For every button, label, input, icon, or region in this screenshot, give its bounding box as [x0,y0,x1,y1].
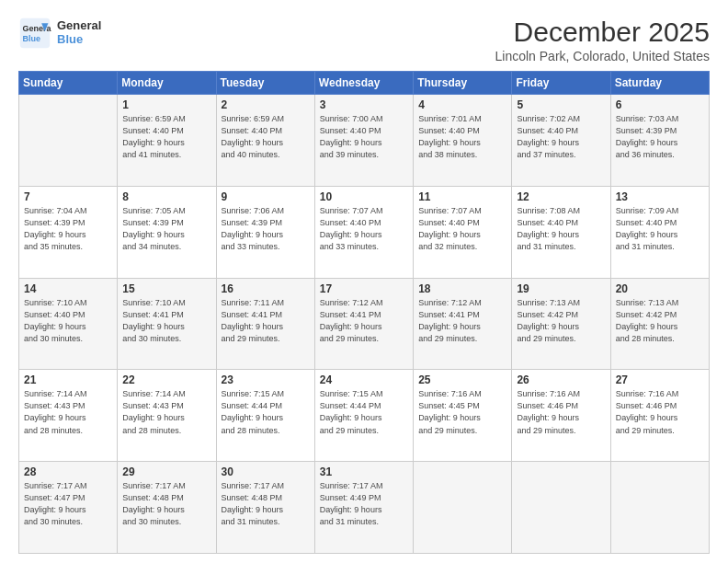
calendar-week-row: 14Sunrise: 7:10 AM Sunset: 4:40 PM Dayli… [19,278,710,370]
day-info: Sunrise: 7:02 AM Sunset: 4:40 PM Dayligh… [517,113,606,161]
day-number: 27 [616,373,705,386]
day-number: 6 [616,98,705,111]
day-info: Sunrise: 7:09 AM Sunset: 4:40 PM Dayligh… [616,205,705,253]
day-info: Sunrise: 7:03 AM Sunset: 4:39 PM Dayligh… [616,113,705,161]
header-day: Sunday [19,72,118,95]
day-number: 14 [24,282,113,295]
day-info: Sunrise: 7:13 AM Sunset: 4:42 PM Dayligh… [517,297,606,345]
calendar-cell [414,462,512,554]
title-block: December 2025 Lincoln Park, Colorado, Un… [495,17,710,63]
header-row: SundayMondayTuesdayWednesdayThursdayFrid… [19,72,710,95]
day-info: Sunrise: 7:10 AM Sunset: 4:41 PM Dayligh… [122,297,211,345]
calendar-cell: 11Sunrise: 7:07 AM Sunset: 4:40 PM Dayli… [414,186,512,278]
day-info: Sunrise: 7:16 AM Sunset: 4:46 PM Dayligh… [616,388,705,436]
calendar-cell: 16Sunrise: 7:11 AM Sunset: 4:41 PM Dayli… [216,278,314,370]
calendar-cell: 10Sunrise: 7:07 AM Sunset: 4:40 PM Dayli… [314,186,413,278]
day-number: 21 [24,373,113,386]
day-info: Sunrise: 6:59 AM Sunset: 4:40 PM Dayligh… [222,113,311,161]
day-info: Sunrise: 7:08 AM Sunset: 4:40 PM Dayligh… [517,205,606,253]
day-number: 25 [418,373,507,386]
day-number: 13 [616,190,705,203]
day-number: 15 [122,282,211,295]
day-number: 4 [418,98,507,111]
main-title: December 2025 [495,17,710,47]
calendar-cell: 6Sunrise: 7:03 AM Sunset: 4:39 PM Daylig… [610,95,709,187]
header-day: Saturday [610,72,709,95]
day-info: Sunrise: 7:12 AM Sunset: 4:41 PM Dayligh… [320,297,409,345]
logo-general: General [57,19,101,33]
day-number: 23 [222,373,311,386]
header-day: Friday [512,72,610,95]
day-info: Sunrise: 7:10 AM Sunset: 4:40 PM Dayligh… [24,297,113,345]
day-info: Sunrise: 7:13 AM Sunset: 4:42 PM Dayligh… [616,297,705,345]
day-info: Sunrise: 7:17 AM Sunset: 4:48 PM Dayligh… [122,480,211,528]
day-info: Sunrise: 7:07 AM Sunset: 4:40 PM Dayligh… [418,205,507,253]
header-day: Tuesday [216,72,314,95]
day-info: Sunrise: 7:14 AM Sunset: 4:43 PM Dayligh… [122,388,211,436]
calendar-cell: 9Sunrise: 7:06 AM Sunset: 4:39 PM Daylig… [216,186,314,278]
header: General Blue General Blue December 2025 … [18,17,710,63]
day-info: Sunrise: 6:59 AM Sunset: 4:40 PM Dayligh… [122,113,211,161]
day-number: 10 [320,190,409,203]
calendar-cell: 2Sunrise: 6:59 AM Sunset: 4:40 PM Daylig… [216,95,314,187]
calendar-cell: 18Sunrise: 7:12 AM Sunset: 4:41 PM Dayli… [414,278,512,370]
day-number: 16 [222,282,311,295]
day-number: 1 [122,98,211,111]
day-number: 31 [320,465,409,478]
day-number: 18 [418,282,507,295]
calendar-cell: 15Sunrise: 7:10 AM Sunset: 4:41 PM Dayli… [118,278,216,370]
calendar-cell: 30Sunrise: 7:17 AM Sunset: 4:48 PM Dayli… [216,462,314,554]
logo-icon: General Blue [18,17,51,50]
day-number: 5 [517,98,606,111]
day-info: Sunrise: 7:15 AM Sunset: 4:44 PM Dayligh… [320,388,409,436]
header-day: Wednesday [314,72,413,95]
calendar-table: SundayMondayTuesdayWednesdayThursdayFrid… [18,71,710,554]
day-number: 11 [418,190,507,203]
day-info: Sunrise: 7:17 AM Sunset: 4:48 PM Dayligh… [222,480,311,528]
day-info: Sunrise: 7:17 AM Sunset: 4:49 PM Dayligh… [320,480,409,528]
calendar-cell: 29Sunrise: 7:17 AM Sunset: 4:48 PM Dayli… [118,462,216,554]
calendar-cell: 3Sunrise: 7:00 AM Sunset: 4:40 PM Daylig… [314,95,413,187]
calendar-cell: 27Sunrise: 7:16 AM Sunset: 4:46 PM Dayli… [610,370,709,462]
calendar-cell [610,462,709,554]
calendar-cell [19,95,118,187]
calendar-week-row: 21Sunrise: 7:14 AM Sunset: 4:43 PM Dayli… [19,370,710,462]
day-number: 12 [517,190,606,203]
day-info: Sunrise: 7:07 AM Sunset: 4:40 PM Dayligh… [320,205,409,253]
calendar-cell: 20Sunrise: 7:13 AM Sunset: 4:42 PM Dayli… [610,278,709,370]
calendar-cell: 7Sunrise: 7:04 AM Sunset: 4:39 PM Daylig… [19,186,118,278]
day-number: 30 [222,465,311,478]
page: General Blue General Blue December 2025 … [0,0,728,563]
calendar-cell: 26Sunrise: 7:16 AM Sunset: 4:46 PM Dayli… [512,370,610,462]
day-number: 2 [222,98,311,111]
calendar-cell: 28Sunrise: 7:17 AM Sunset: 4:47 PM Dayli… [19,462,118,554]
day-number: 9 [222,190,311,203]
calendar-cell: 21Sunrise: 7:14 AM Sunset: 4:43 PM Dayli… [19,370,118,462]
calendar-cell: 23Sunrise: 7:15 AM Sunset: 4:44 PM Dayli… [216,370,314,462]
header-day: Monday [118,72,216,95]
header-day: Thursday [414,72,512,95]
logo-blue: Blue [57,33,101,47]
calendar-cell: 8Sunrise: 7:05 AM Sunset: 4:39 PM Daylig… [118,186,216,278]
day-number: 20 [616,282,705,295]
calendar-cell: 14Sunrise: 7:10 AM Sunset: 4:40 PM Dayli… [19,278,118,370]
calendar-cell: 1Sunrise: 6:59 AM Sunset: 4:40 PM Daylig… [118,95,216,187]
day-info: Sunrise: 7:12 AM Sunset: 4:41 PM Dayligh… [418,297,507,345]
day-info: Sunrise: 7:11 AM Sunset: 4:41 PM Dayligh… [222,297,311,345]
calendar-cell: 17Sunrise: 7:12 AM Sunset: 4:41 PM Dayli… [314,278,413,370]
day-info: Sunrise: 7:06 AM Sunset: 4:39 PM Dayligh… [222,205,311,253]
day-number: 26 [517,373,606,386]
calendar-cell: 13Sunrise: 7:09 AM Sunset: 4:40 PM Dayli… [610,186,709,278]
calendar-cell: 5Sunrise: 7:02 AM Sunset: 4:40 PM Daylig… [512,95,610,187]
calendar-cell: 12Sunrise: 7:08 AM Sunset: 4:40 PM Dayli… [512,186,610,278]
calendar-cell: 24Sunrise: 7:15 AM Sunset: 4:44 PM Dayli… [314,370,413,462]
day-info: Sunrise: 7:04 AM Sunset: 4:39 PM Dayligh… [24,205,113,253]
day-info: Sunrise: 7:15 AM Sunset: 4:44 PM Dayligh… [222,388,311,436]
day-info: Sunrise: 7:00 AM Sunset: 4:40 PM Dayligh… [320,113,409,161]
day-number: 17 [320,282,409,295]
calendar-week-row: 7Sunrise: 7:04 AM Sunset: 4:39 PM Daylig… [19,186,710,278]
svg-text:Blue: Blue [23,34,41,43]
day-number: 8 [122,190,211,203]
day-info: Sunrise: 7:01 AM Sunset: 4:40 PM Dayligh… [418,113,507,161]
day-number: 19 [517,282,606,295]
